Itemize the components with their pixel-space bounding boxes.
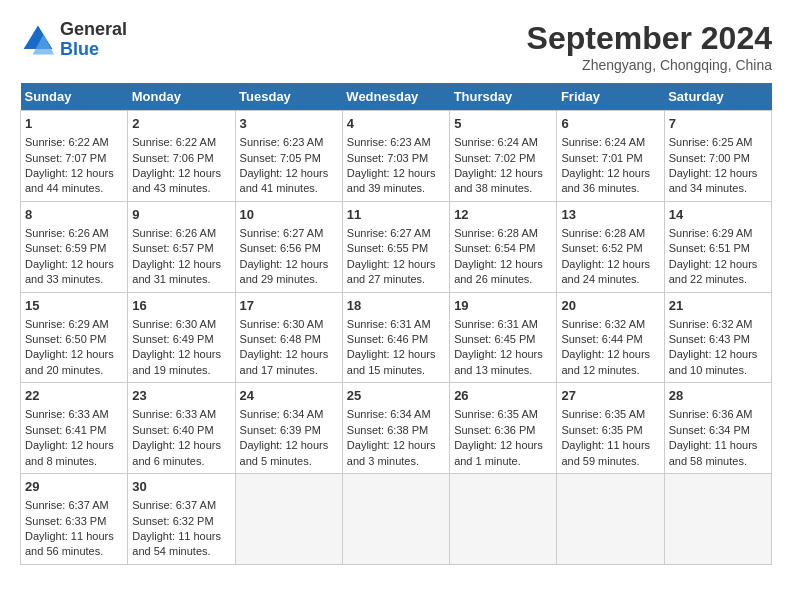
day-info-line: Sunrise: 6:24 AM xyxy=(561,135,659,150)
day-info-line: Daylight: 11 hours xyxy=(561,438,659,453)
day-info-line: Sunrise: 6:22 AM xyxy=(25,135,123,150)
day-info-line: and 34 minutes. xyxy=(669,181,767,196)
day-info-line: Daylight: 12 hours xyxy=(669,347,767,362)
day-number: 11 xyxy=(347,206,445,224)
day-number: 16 xyxy=(132,297,230,315)
day-number: 12 xyxy=(454,206,552,224)
day-info-line: and 15 minutes. xyxy=(347,363,445,378)
day-number: 13 xyxy=(561,206,659,224)
day-info-line: Sunrise: 6:23 AM xyxy=(347,135,445,150)
day-info-line: Sunset: 6:33 PM xyxy=(25,514,123,529)
day-info-line: Sunrise: 6:28 AM xyxy=(561,226,659,241)
day-number: 15 xyxy=(25,297,123,315)
calendar-body: 1Sunrise: 6:22 AMSunset: 7:07 PMDaylight… xyxy=(21,111,772,565)
day-info-line: Sunset: 6:45 PM xyxy=(454,332,552,347)
day-info-line: Sunset: 6:44 PM xyxy=(561,332,659,347)
calendar-week-2: 8Sunrise: 6:26 AMSunset: 6:59 PMDaylight… xyxy=(21,201,772,292)
day-info-line: and 56 minutes. xyxy=(25,544,123,559)
day-number: 6 xyxy=(561,115,659,133)
calendar-cell: 29Sunrise: 6:37 AMSunset: 6:33 PMDayligh… xyxy=(21,474,128,565)
day-info-line: Sunset: 7:02 PM xyxy=(454,151,552,166)
day-info-line: Sunset: 6:46 PM xyxy=(347,332,445,347)
calendar-cell xyxy=(342,474,449,565)
day-info-line: Sunrise: 6:24 AM xyxy=(454,135,552,150)
day-info-line: Daylight: 12 hours xyxy=(240,166,338,181)
calendar-cell: 20Sunrise: 6:32 AMSunset: 6:44 PMDayligh… xyxy=(557,292,664,383)
calendar-cell: 15Sunrise: 6:29 AMSunset: 6:50 PMDayligh… xyxy=(21,292,128,383)
day-number: 21 xyxy=(669,297,767,315)
month-title: September 2024 xyxy=(527,20,772,57)
day-info-line: and 58 minutes. xyxy=(669,454,767,469)
day-info-line: and 1 minute. xyxy=(454,454,552,469)
day-info-line: Sunset: 6:55 PM xyxy=(347,241,445,256)
day-info-line: Sunset: 6:50 PM xyxy=(25,332,123,347)
day-number: 26 xyxy=(454,387,552,405)
day-number: 25 xyxy=(347,387,445,405)
calendar-cell: 22Sunrise: 6:33 AMSunset: 6:41 PMDayligh… xyxy=(21,383,128,474)
calendar-cell: 27Sunrise: 6:35 AMSunset: 6:35 PMDayligh… xyxy=(557,383,664,474)
day-info-line: Sunset: 6:40 PM xyxy=(132,423,230,438)
calendar-cell: 1Sunrise: 6:22 AMSunset: 7:07 PMDaylight… xyxy=(21,111,128,202)
day-info-line: Daylight: 12 hours xyxy=(561,166,659,181)
day-info-line: Daylight: 12 hours xyxy=(240,257,338,272)
day-number: 1 xyxy=(25,115,123,133)
weekday-header-row: SundayMondayTuesdayWednesdayThursdayFrid… xyxy=(21,83,772,111)
day-info-line: Sunset: 6:43 PM xyxy=(669,332,767,347)
calendar-cell: 5Sunrise: 6:24 AMSunset: 7:02 PMDaylight… xyxy=(450,111,557,202)
calendar-cell: 6Sunrise: 6:24 AMSunset: 7:01 PMDaylight… xyxy=(557,111,664,202)
day-info-line: Sunrise: 6:27 AM xyxy=(240,226,338,241)
day-info-line: and 22 minutes. xyxy=(669,272,767,287)
calendar-cell xyxy=(235,474,342,565)
day-info-line: Sunset: 6:48 PM xyxy=(240,332,338,347)
day-info-line: Sunset: 6:49 PM xyxy=(132,332,230,347)
day-info-line: Sunrise: 6:28 AM xyxy=(454,226,552,241)
calendar-cell: 10Sunrise: 6:27 AMSunset: 6:56 PMDayligh… xyxy=(235,201,342,292)
day-info-line: and 19 minutes. xyxy=(132,363,230,378)
calendar-cell: 30Sunrise: 6:37 AMSunset: 6:32 PMDayligh… xyxy=(128,474,235,565)
day-info-line: Sunrise: 6:33 AM xyxy=(132,407,230,422)
day-info-line: Sunrise: 6:34 AM xyxy=(240,407,338,422)
calendar-table: SundayMondayTuesdayWednesdayThursdayFrid… xyxy=(20,83,772,565)
calendar-cell: 26Sunrise: 6:35 AMSunset: 6:36 PMDayligh… xyxy=(450,383,557,474)
day-info-line: Daylight: 12 hours xyxy=(454,438,552,453)
day-info-line: and 17 minutes. xyxy=(240,363,338,378)
day-info-line: Sunrise: 6:36 AM xyxy=(669,407,767,422)
day-number: 9 xyxy=(132,206,230,224)
day-info-line: Sunrise: 6:26 AM xyxy=(132,226,230,241)
day-info-line: and 24 minutes. xyxy=(561,272,659,287)
day-info-line: Sunrise: 6:34 AM xyxy=(347,407,445,422)
day-number: 4 xyxy=(347,115,445,133)
day-info-line: Daylight: 11 hours xyxy=(669,438,767,453)
day-number: 3 xyxy=(240,115,338,133)
weekday-saturday: Saturday xyxy=(664,83,771,111)
calendar-cell: 4Sunrise: 6:23 AMSunset: 7:03 PMDaylight… xyxy=(342,111,449,202)
calendar-week-5: 29Sunrise: 6:37 AMSunset: 6:33 PMDayligh… xyxy=(21,474,772,565)
day-info-line: Sunset: 7:00 PM xyxy=(669,151,767,166)
day-info-line: Daylight: 12 hours xyxy=(25,347,123,362)
day-info-line: Sunrise: 6:27 AM xyxy=(347,226,445,241)
day-info-line: Sunset: 7:03 PM xyxy=(347,151,445,166)
weekday-wednesday: Wednesday xyxy=(342,83,449,111)
day-info-line: Sunset: 7:05 PM xyxy=(240,151,338,166)
location-subtitle: Zhengyang, Chongqing, China xyxy=(527,57,772,73)
day-info-line: Daylight: 12 hours xyxy=(132,166,230,181)
calendar-cell: 16Sunrise: 6:30 AMSunset: 6:49 PMDayligh… xyxy=(128,292,235,383)
day-info-line: Daylight: 12 hours xyxy=(454,257,552,272)
day-number: 7 xyxy=(669,115,767,133)
day-number: 23 xyxy=(132,387,230,405)
page-header: General Blue September 2024 Zhengyang, C… xyxy=(20,20,772,73)
day-info-line: Sunrise: 6:37 AM xyxy=(25,498,123,513)
calendar-cell: 23Sunrise: 6:33 AMSunset: 6:40 PMDayligh… xyxy=(128,383,235,474)
day-info-line: Sunset: 6:57 PM xyxy=(132,241,230,256)
calendar-week-4: 22Sunrise: 6:33 AMSunset: 6:41 PMDayligh… xyxy=(21,383,772,474)
day-number: 28 xyxy=(669,387,767,405)
day-info-line: and 13 minutes. xyxy=(454,363,552,378)
day-info-line: Sunrise: 6:30 AM xyxy=(132,317,230,332)
calendar-cell: 21Sunrise: 6:32 AMSunset: 6:43 PMDayligh… xyxy=(664,292,771,383)
day-number: 14 xyxy=(669,206,767,224)
calendar-cell: 9Sunrise: 6:26 AMSunset: 6:57 PMDaylight… xyxy=(128,201,235,292)
weekday-friday: Friday xyxy=(557,83,664,111)
day-info-line: and 20 minutes. xyxy=(25,363,123,378)
day-info-line: and 29 minutes. xyxy=(240,272,338,287)
calendar-cell: 2Sunrise: 6:22 AMSunset: 7:06 PMDaylight… xyxy=(128,111,235,202)
